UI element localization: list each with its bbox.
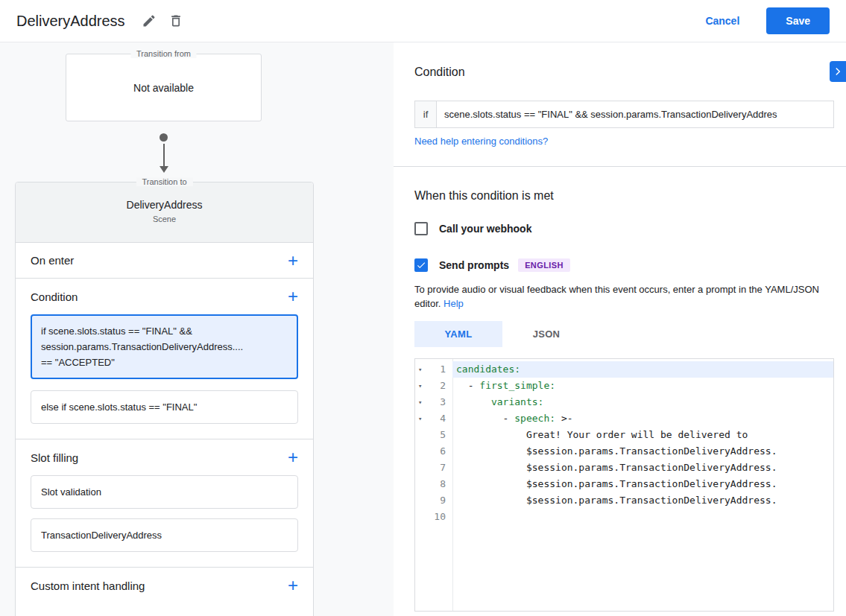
connector-line [163, 144, 165, 166]
send-prompts-checkbox[interactable] [414, 258, 428, 272]
code-line[interactable]: ▾4 - speech: >- [415, 410, 833, 427]
code-line[interactable]: ▾3 variants: [415, 394, 833, 410]
scene-type-label: Scene [16, 215, 313, 223]
yaml-editor[interactable]: ▾1candidates:▾2 - first_simple:▾3 varian… [414, 358, 834, 612]
code-text: $session.params.TransactionDeliveryAddre… [452, 443, 833, 460]
webhook-checkbox[interactable] [414, 222, 428, 235]
code-text: - first_simple: [452, 378, 833, 394]
scene-card: Transition to DeliveryAddress Scene On e… [15, 182, 314, 616]
fold-arrow-icon[interactable]: ▾ [418, 361, 429, 378]
condition-item[interactable]: if scene.slots.status == "FINAL" && sess… [31, 314, 298, 379]
webhook-row: Call your webhook [414, 222, 531, 235]
line-gutter: ▾1 [415, 361, 452, 378]
line-number: 1 [429, 361, 452, 378]
code-text: $session.params.TransactionDeliveryAddre… [452, 476, 833, 492]
fold-arrow-icon[interactable]: ▾ [418, 394, 429, 410]
cancel-button[interactable]: Cancel [705, 15, 739, 27]
code-line[interactable]: ▾2 - first_simple: [415, 378, 833, 394]
transition-from-box[interactable]: Transition from Not available [66, 54, 262, 121]
add-custom-intent-icon[interactable]: + [288, 578, 298, 593]
code-line[interactable]: 7 $session.params.TransactionDeliveryAdd… [415, 460, 833, 476]
code-text: $session.params.TransactionDeliveryAddre… [452, 492, 833, 509]
slot-item[interactable]: TransactionDeliveryAddress [31, 518, 298, 552]
fold-arrow-icon[interactable]: ▾ [418, 378, 429, 394]
fold-arrow-icon[interactable]: ▾ [418, 410, 429, 427]
language-badge: ENGLISH [518, 258, 570, 272]
code-area: ▾1candidates:▾2 - first_simple:▾3 varian… [415, 359, 833, 525]
slot-item[interactable]: Slot validation [31, 475, 298, 509]
webhook-label: Call your webhook [439, 223, 531, 235]
condition-item[interactable]: else if scene.slots.status == "FINAL" [31, 390, 298, 424]
on-enter-label: On enter [31, 254, 74, 267]
section-condition[interactable]: Condition + [16, 279, 313, 314]
section-custom-intent[interactable]: Custom intent handling + [16, 568, 313, 603]
line-gutter: 9 [415, 492, 452, 509]
code-line[interactable]: 9 $session.params.TransactionDeliveryAdd… [415, 492, 833, 509]
tab-json[interactable]: JSON [502, 321, 590, 347]
add-slot-icon[interactable]: + [288, 450, 298, 465]
page-title: DeliveryAddress [16, 13, 125, 30]
connector-dot [160, 133, 168, 142]
line-gutter: 7 [415, 460, 452, 476]
slot-filling-label: Slot filling [31, 451, 78, 464]
line-number: 2 [429, 378, 452, 394]
delete-scene-button[interactable] [162, 7, 189, 34]
add-condition-icon[interactable]: + [288, 289, 298, 304]
editor-tabs: YAML JSON [414, 321, 590, 347]
line-number: 7 [429, 460, 452, 476]
top-bar: DeliveryAddress Cancel Save [0, 0, 846, 42]
code-line[interactable]: 8 $session.params.TransactionDeliveryAdd… [415, 476, 833, 492]
line-number: 5 [429, 427, 452, 443]
scene-card-header[interactable]: Transition to DeliveryAddress Scene [16, 182, 313, 243]
code-text: $session.params.TransactionDeliveryAddre… [452, 460, 833, 476]
edit-title-button[interactable] [136, 7, 162, 34]
code-text: - speech: >- [452, 410, 833, 427]
add-on-enter-icon[interactable]: + [288, 253, 298, 268]
code-text [452, 509, 833, 525]
scene-graph-panel: Transition from Not available Transition… [0, 42, 394, 616]
code-text: Great! Your order will be delivered to [452, 427, 833, 443]
save-button[interactable]: Save [766, 7, 830, 34]
prompt-help-text: To provide audio or visual feedback when… [414, 282, 834, 311]
section-on-enter[interactable]: On enter + [16, 243, 313, 279]
transition-connector [159, 133, 168, 173]
transition-to-label: Transition to [136, 177, 192, 186]
slot-item-list: Slot validationTransactionDeliveryAddres… [16, 475, 313, 568]
prompt-help-link[interactable]: Help [443, 298, 464, 309]
prompt-help-body: To provide audio or visual feedback when… [414, 284, 819, 309]
tab-yaml[interactable]: YAML [414, 321, 502, 347]
when-met-heading: When this condition is met [414, 189, 554, 203]
code-line[interactable]: 5 Great! Your order will be delivered to [415, 427, 833, 443]
condition-heading: Condition [414, 66, 465, 79]
condition-expression-input[interactable] [436, 101, 834, 128]
code-line[interactable]: ▾1candidates: [415, 361, 833, 378]
line-number: 9 [429, 492, 452, 509]
condition-detail-panel: Condition if Need help entering conditio… [394, 42, 846, 616]
code-line[interactable]: 6 $session.params.TransactionDeliveryAdd… [415, 443, 833, 460]
transition-from-value: Not available [133, 82, 194, 94]
connector-arrowhead-icon [160, 166, 168, 173]
send-prompts-row: Send prompts ENGLISH [414, 258, 570, 272]
chevron-right-icon [833, 66, 843, 77]
condition-item-list: if scene.slots.status == "FINAL" && sess… [16, 314, 313, 439]
scene-name: DeliveryAddress [16, 199, 313, 211]
scene-editor-screen: DeliveryAddress Cancel Save Transition f… [0, 0, 846, 616]
line-gutter: ▾3 [415, 394, 452, 410]
section-divider [394, 166, 846, 167]
transition-from-label: Transition from [130, 49, 197, 58]
line-number: 10 [429, 509, 452, 525]
line-number: 4 [429, 410, 452, 427]
line-gutter: 6 [415, 443, 452, 460]
if-prefix-label: if [414, 101, 436, 128]
pencil-icon [142, 13, 157, 28]
condition-expression-row: if [414, 101, 834, 128]
condition-label: Condition [31, 290, 78, 303]
section-slot-filling[interactable]: Slot filling + [16, 439, 313, 475]
code-line[interactable]: 10 [415, 509, 833, 525]
collapse-panel-button[interactable] [830, 61, 846, 82]
line-gutter: 8 [415, 476, 452, 492]
condition-help-link[interactable]: Need help entering conditions? [414, 136, 548, 147]
send-prompts-label: Send prompts [439, 259, 509, 271]
code-text: candidates: [452, 361, 833, 378]
topbar-actions: Cancel Save [705, 7, 830, 34]
